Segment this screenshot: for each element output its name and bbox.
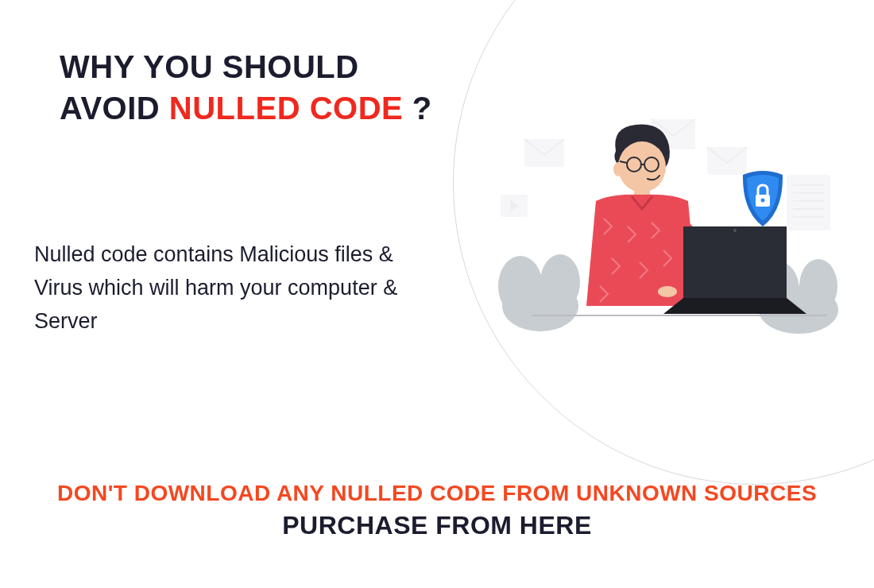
headline-suffix: ? bbox=[412, 91, 432, 126]
headline-line1: WHY YOU SHOULD bbox=[60, 49, 359, 84]
svg-rect-3 bbox=[787, 175, 830, 230]
svg-point-17 bbox=[613, 162, 623, 176]
svg-point-12 bbox=[540, 254, 580, 310]
svg-point-25 bbox=[733, 229, 737, 232]
svg-point-11 bbox=[498, 256, 543, 316]
svg-point-28 bbox=[761, 199, 765, 203]
body-paragraph: Nulled code contains Malicious files & V… bbox=[34, 238, 431, 338]
headline: WHY YOU SHOULD AVOID NULLED CODE ? bbox=[60, 46, 432, 129]
person-laptop-illustration bbox=[493, 107, 842, 354]
footer-cta: PURCHASE FROM HERE bbox=[0, 511, 874, 540]
svg-point-24 bbox=[658, 286, 677, 297]
footer: DON'T DOWNLOAD ANY NULLED CODE FROM UNKN… bbox=[0, 481, 874, 540]
lock-shield-icon bbox=[743, 171, 783, 226]
footer-warning: DON'T DOWNLOAD ANY NULLED CODE FROM UNKN… bbox=[0, 481, 874, 506]
headline-line2-pre: AVOID bbox=[60, 91, 160, 126]
headline-highlight: NULLED CODE bbox=[169, 91, 403, 126]
svg-point-15 bbox=[799, 259, 837, 313]
